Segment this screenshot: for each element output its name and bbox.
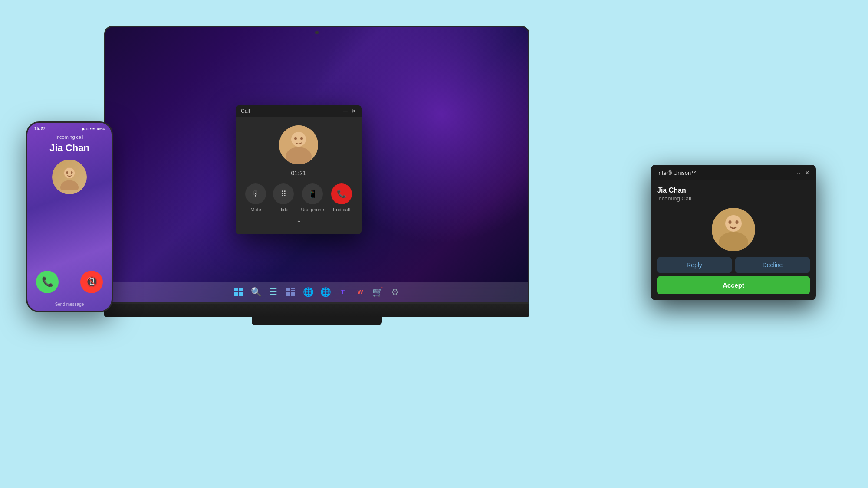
- svg-rect-18: [291, 292, 295, 296]
- laptop-screen: Call ─ ✕: [105, 27, 528, 302]
- mute-button[interactable]: 🎙: [245, 183, 266, 204]
- phone-status-bar: 15:27 ▶ᵰ▪▪▪▪46%: [27, 123, 112, 133]
- taskbar-office-icon[interactable]: W: [353, 285, 367, 299]
- taskbar-tools-icon[interactable]: ⚙: [388, 285, 402, 299]
- phone-device: 15:27 ▶ᵰ▪▪▪▪46% Incoming call Jia Chan 📞…: [26, 121, 113, 312]
- phone-time: 15:27: [34, 126, 46, 131]
- hide-label: Hide: [279, 207, 289, 212]
- notif-window-controls: ··· ✕: [795, 169, 810, 176]
- svg-point-2: [64, 168, 75, 178]
- notif-titlebar: Intel® Unison™ ··· ✕: [651, 165, 816, 180]
- svg-rect-11: [239, 288, 243, 291]
- svg-point-1: [60, 180, 79, 190]
- notif-caller-name: Jia Chan: [657, 187, 810, 194]
- phone-accept-button[interactable]: 📞: [36, 271, 59, 293]
- end-call-action: 📞 End call: [331, 183, 352, 212]
- decline-button[interactable]: Decline: [735, 257, 810, 273]
- taskbar-windows-icon[interactable]: [232, 285, 246, 299]
- notif-more-icon[interactable]: ···: [795, 169, 800, 176]
- notif-reply-decline-row: Reply Decline: [657, 257, 810, 273]
- notif-body: Jia Chan Incoming Call Reply Decline Acc…: [651, 180, 816, 300]
- end-call-label: End call: [333, 207, 350, 212]
- svg-point-8: [300, 137, 303, 140]
- laptop-camera: [315, 31, 319, 34]
- svg-point-20: [725, 215, 742, 232]
- taskbar-widgets-icon[interactable]: [284, 285, 298, 299]
- svg-rect-14: [286, 288, 290, 291]
- svg-rect-15: [291, 288, 295, 289]
- laptop-body: Call ─ ✕: [104, 26, 529, 304]
- laptop-stand: [252, 317, 382, 325]
- hide-button[interactable]: ⠿: [273, 183, 294, 204]
- notif-caller-avatar: [712, 208, 755, 251]
- svg-point-4: [71, 171, 73, 174]
- notif-close-icon[interactable]: ✕: [805, 169, 810, 176]
- svg-rect-13: [239, 292, 243, 296]
- end-call-button[interactable]: 📞: [331, 183, 352, 204]
- close-icon[interactable]: ✕: [351, 108, 356, 114]
- svg-point-7: [294, 137, 297, 140]
- accept-button[interactable]: Accept: [657, 276, 810, 294]
- phone-send-message-label[interactable]: Send message: [55, 302, 84, 307]
- notif-call-status: Incoming Call: [657, 195, 810, 202]
- call-window-title: Call: [241, 108, 250, 114]
- phone-status-icons: ▶ᵰ▪▪▪▪46%: [82, 126, 105, 131]
- mute-action: 🎙 Mute: [245, 183, 266, 212]
- taskbar-store-icon[interactable]: 🛒: [371, 285, 385, 299]
- svg-rect-12: [234, 292, 238, 296]
- minimize-icon[interactable]: ─: [343, 108, 348, 114]
- taskbar-search-icon[interactable]: 🔍: [249, 285, 263, 299]
- laptop-device: Call ─ ✕: [104, 26, 529, 330]
- svg-point-3: [66, 171, 69, 174]
- phone-caller-avatar: [52, 160, 87, 194]
- call-caller-avatar: [279, 125, 318, 164]
- use-phone-label: Use phone: [301, 207, 324, 212]
- unison-notification: Intel® Unison™ ··· ✕ Jia Chan Incoming C…: [651, 165, 816, 300]
- call-content: 01:21 🎙 Mute ⠿ Hide 📱 Use phone: [236, 117, 362, 234]
- svg-rect-17: [286, 292, 290, 296]
- taskbar-task-icon[interactable]: ☰: [266, 285, 280, 299]
- taskbar-edge-icon[interactable]: 🌐: [301, 285, 315, 299]
- svg-point-22: [736, 220, 739, 224]
- hide-action: ⠿ Hide: [273, 183, 294, 212]
- taskbar-browser-icon[interactable]: 🌐: [319, 285, 332, 299]
- phone-caller-name: Jia Chan: [49, 142, 89, 154]
- use-phone-button[interactable]: 📱: [302, 183, 323, 204]
- svg-rect-10: [234, 288, 238, 291]
- phone-decline-button[interactable]: 📵: [80, 271, 103, 293]
- call-action-buttons: 🎙 Mute ⠿ Hide 📱 Use phone 📞: [245, 183, 352, 212]
- laptop-base: [104, 304, 529, 317]
- call-window: Call ─ ✕: [236, 105, 362, 234]
- phone-call-buttons: 📞 📵: [36, 271, 103, 293]
- svg-rect-16: [291, 290, 295, 291]
- call-window-controls: ─ ✕: [343, 108, 356, 114]
- taskbar: 🔍 ☰ 🌐 🌐 T W 🛒 ⚙: [105, 282, 528, 302]
- phone-screen: 15:27 ▶ᵰ▪▪▪▪46% Incoming call Jia Chan 📞…: [27, 123, 112, 311]
- use-phone-action: 📱 Use phone: [301, 183, 324, 212]
- call-window-titlebar: Call ─ ✕: [236, 105, 362, 117]
- phone-incoming-label: Incoming call: [56, 134, 83, 140]
- call-chevron-icon[interactable]: ⌃: [243, 219, 355, 227]
- svg-point-21: [729, 220, 732, 224]
- taskbar-teams-icon[interactable]: T: [336, 285, 350, 299]
- call-timer: 01:21: [291, 170, 306, 177]
- reply-button[interactable]: Reply: [657, 257, 732, 273]
- notif-app-name: Intel® Unison™: [657, 170, 697, 176]
- mute-label: Mute: [250, 207, 261, 212]
